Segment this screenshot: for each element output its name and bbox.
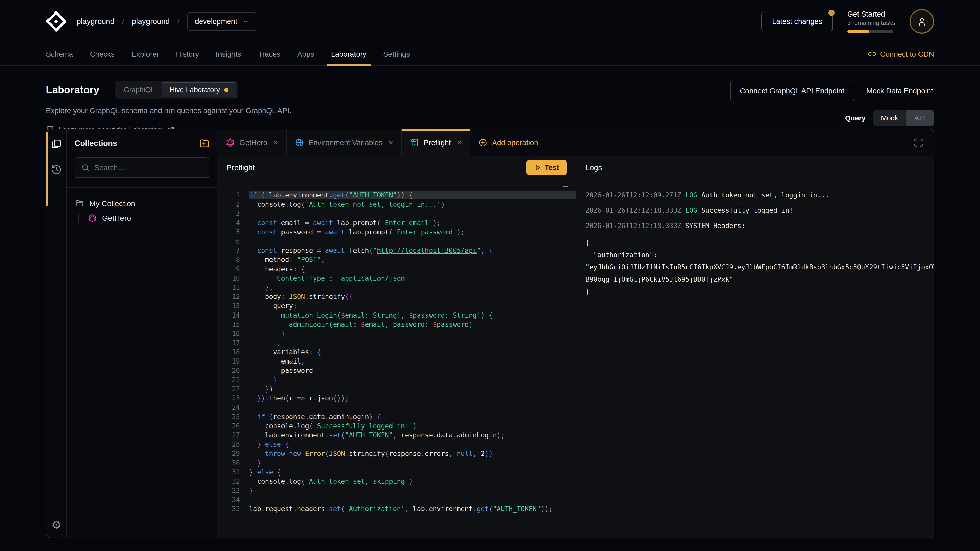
log-level: LOG <box>685 206 701 214</box>
code-line[interactable]: 17 `, <box>218 338 576 348</box>
nav-item-history[interactable]: History <box>176 43 199 65</box>
target-dropdown[interactable]: development <box>187 12 256 31</box>
code-line[interactable]: 32 console.log('Auth token set, skipping… <box>218 477 576 486</box>
code-line[interactable]: 20 password <box>218 366 576 375</box>
nav-item-apps[interactable]: Apps <box>298 43 314 65</box>
endpoint-mode-toggle: Query Mock API <box>845 110 934 126</box>
code-line[interactable]: 29 throw new Error(JSON.stringify(respon… <box>218 449 576 458</box>
code-line[interactable]: 12 body: JSON.stringify({ <box>218 292 576 301</box>
tab-preflight[interactable]: Preflight× <box>402 129 470 156</box>
operation-tabs: GetHero×Environment Variables×Preflight×… <box>218 129 934 156</box>
collections-icon[interactable] <box>51 138 62 150</box>
line-number: 32 <box>218 478 249 485</box>
code-line[interactable]: 34 <box>218 495 576 504</box>
history-icon[interactable] <box>51 164 62 175</box>
code-line-text: console.log('Successfully logged in!') <box>249 422 576 430</box>
code-line[interactable]: 7 const response = await fetch("http://l… <box>218 246 576 255</box>
connect-graphql-api-endpoint-button[interactable]: Connect GraphQL API Endpoint <box>730 81 854 101</box>
breadcrumb-org[interactable]: playground <box>76 17 115 26</box>
fullscreen-icon[interactable] <box>904 129 934 156</box>
code-line[interactable]: 28 } else { <box>218 440 576 449</box>
code-line[interactable]: 14 mutation Login($email: String!, $pass… <box>218 310 576 320</box>
code-line[interactable]: 15 adminLogin(email: $email, password: $… <box>218 320 576 329</box>
code-line[interactable]: 9 headers: { <box>218 265 576 274</box>
tree-item-my-collection[interactable]: My Collection <box>75 199 209 208</box>
code-line[interactable]: 26 console.log('Successfully logged in!'… <box>218 421 576 430</box>
line-number: 13 <box>218 302 249 310</box>
code-line[interactable]: 11 }, <box>218 283 576 292</box>
code-editor[interactable]: 1if (!lab.environment.get("AUTH_TOKEN"))… <box>218 179 576 538</box>
latest-changes-label: Latest changes <box>772 17 822 25</box>
code-line[interactable]: 30 } <box>218 458 576 467</box>
mock-data-endpoint-button[interactable]: Mock Data Endpoint <box>865 81 934 101</box>
line-number: 18 <box>218 348 249 356</box>
folder-plus-icon[interactable] <box>199 138 209 149</box>
latest-changes-button[interactable]: Latest changes <box>761 12 833 32</box>
code-line[interactable]: 25 if (response.data.adminLogin) { <box>218 412 576 421</box>
code-line-text: console.log('Auth token not set, loggin … <box>249 200 576 208</box>
code-line[interactable]: 31} else { <box>218 468 576 477</box>
line-number: 12 <box>218 293 249 300</box>
tab-gethero[interactable]: GetHero× <box>218 129 286 156</box>
collapse-icon[interactable] <box>562 183 569 191</box>
breadcrumb-project[interactable]: playground <box>132 17 170 26</box>
code-line[interactable]: 23 }).then(r => r.json()); <box>218 394 576 403</box>
mode-option-mock[interactable]: Mock <box>873 110 906 126</box>
code-line[interactable]: 33} <box>218 486 576 495</box>
code-line[interactable]: 19 email, <box>218 357 576 366</box>
graphql-icon <box>226 138 235 147</box>
page-title: Laboratory <box>46 84 99 96</box>
code-line[interactable]: 6 <box>218 237 576 246</box>
notification-dot <box>829 10 835 16</box>
code-line[interactable]: 24 <box>218 403 576 412</box>
nav-item-settings[interactable]: Settings <box>383 43 410 65</box>
nav-item-schema[interactable]: Schema <box>46 43 73 65</box>
code-line[interactable]: 4 const email = await lab.prompt('Enter … <box>218 218 576 227</box>
code-line[interactable]: 2 console.log('Auth token not set, loggi… <box>218 200 576 209</box>
code-line[interactable]: 10 'Content-Type': 'application/json' <box>218 274 576 283</box>
tab-label: Environment Variables <box>309 138 383 147</box>
nav-item-laboratory[interactable]: Laboratory <box>331 43 366 65</box>
code-line[interactable]: 5 const password = await lab.prompt('Ent… <box>218 227 576 237</box>
close-icon[interactable]: × <box>274 138 278 147</box>
nav-item-insights[interactable]: Insights <box>216 43 241 65</box>
search-input[interactable] <box>94 164 203 172</box>
user-avatar[interactable] <box>910 9 934 34</box>
logs-body[interactable]: 2026-01-26T12:12:09.271Z LOG Auth token … <box>576 179 934 538</box>
test-button[interactable]: Test <box>527 160 567 175</box>
code-line[interactable]: 3 <box>218 209 576 218</box>
line-number: 21 <box>218 376 249 384</box>
nav-item-explorer[interactable]: Explorer <box>131 43 159 65</box>
nav-item-checks[interactable]: Checks <box>90 43 115 65</box>
code-line[interactable]: 21 } <box>218 375 576 384</box>
code-line[interactable]: 18 variables: { <box>218 348 576 357</box>
close-icon[interactable]: × <box>457 138 462 147</box>
code-line[interactable]: 16 } <box>218 329 576 338</box>
log-detail-line: } <box>585 286 934 298</box>
close-icon[interactable]: × <box>389 138 393 147</box>
code-line[interactable]: 35lab.request.headers.set('Authorization… <box>218 504 576 513</box>
code-line[interactable]: 22 }) <box>218 384 576 394</box>
code-line[interactable]: 27 lab.environment.set("AUTH_TOKEN", res… <box>218 430 576 440</box>
settings-gear-icon[interactable]: ⚙ <box>51 519 61 530</box>
connect-to-cdn-link[interactable]: Connect to CDN <box>868 50 934 59</box>
nav-item-traces[interactable]: Traces <box>258 43 280 65</box>
line-number: 20 <box>218 367 249 375</box>
mode-option-api[interactable]: API <box>906 110 934 126</box>
code-line-text: `, <box>249 339 576 347</box>
code-line[interactable]: 13 query: ` <box>218 301 576 310</box>
editor-mode-toggle: GraphiQL Hive Laboratory <box>115 81 238 99</box>
tab-add-operation[interactable]: Add operation <box>470 129 546 156</box>
get-started-widget[interactable]: Get Started 3 remaining tasks <box>847 10 895 33</box>
hive-logo-icon[interactable] <box>46 11 66 32</box>
toggle-option-hive-laboratory[interactable]: Hive Laboratory <box>162 82 236 97</box>
tab-environment-variables[interactable]: Environment Variables× <box>286 129 402 156</box>
tree-item-gethero[interactable]: GetHero <box>88 213 209 223</box>
toggle-option-graphiql[interactable]: GraphiQL <box>117 83 162 97</box>
tree-item-label: My Collection <box>89 199 135 208</box>
code-line[interactable]: 8 method: "POST", <box>218 255 576 264</box>
line-number: 24 <box>218 403 249 411</box>
code-line[interactable]: 1if (!lab.environment.get("AUTH_TOKEN"))… <box>218 191 576 200</box>
log-detail-line: "authorization": <box>585 249 934 261</box>
line-number: 3 <box>218 210 249 218</box>
